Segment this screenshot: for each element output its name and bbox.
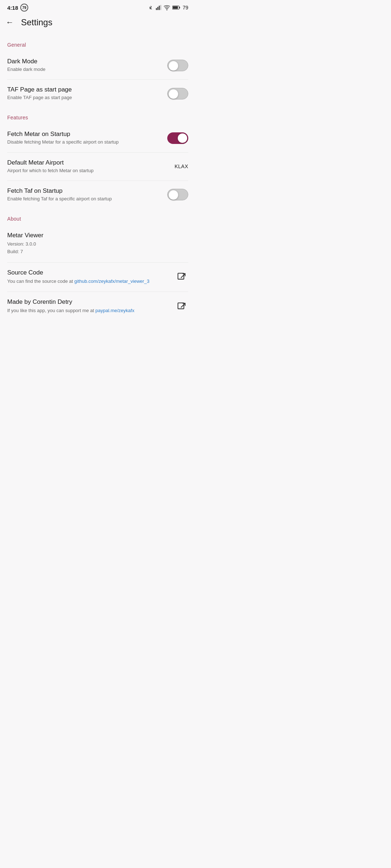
section-general: General Dark Mode Enable dark mode TAF P…	[0, 35, 196, 107]
setting-fetch-taf[interactable]: Fetch Taf on Startup Enable fetching Taf…	[0, 181, 196, 209]
made-by-title: Made by Corentin Detry	[7, 298, 175, 306]
setting-taf-start-page[interactable]: TAF Page as start page Enable TAF page a…	[0, 80, 196, 107]
dark-mode-thumb	[169, 61, 178, 71]
dark-mode-title: Dark Mode	[7, 58, 161, 65]
status-time: 4:18	[7, 5, 18, 11]
setting-dark-mode[interactable]: Dark Mode Enable dark mode	[0, 51, 196, 79]
section-general-header: General	[0, 35, 196, 51]
setting-default-airport[interactable]: Default Metar Airport Airport for which …	[0, 153, 196, 180]
paypal-link[interactable]: paypal.me/zeykafx	[96, 308, 135, 313]
status-left: 4:18 79	[7, 4, 28, 12]
dark-mode-toggle[interactable]	[167, 60, 188, 71]
default-airport-value: KLAX	[175, 163, 188, 169]
svg-rect-1	[157, 7, 159, 10]
external-link-svg	[177, 272, 187, 282]
svg-rect-2	[159, 6, 160, 10]
made-by-external-icon	[175, 300, 188, 313]
taf-start-desc: Enable TAF page as start page	[7, 94, 161, 101]
back-button[interactable]: ←	[6, 18, 14, 27]
dark-mode-track[interactable]	[167, 60, 188, 71]
dark-mode-desc: Enable dark mode	[7, 66, 161, 73]
source-code-desc: You can find the source code at github.c…	[7, 278, 175, 285]
version-line: Version: 3.0.0	[7, 241, 36, 247]
source-code-link[interactable]: github.com/zeykafx/metar_viewer_3	[74, 278, 149, 284]
toolbar: ← Settings	[0, 14, 196, 35]
taf-start-title: TAF Page as start page	[7, 86, 161, 93]
fetch-taf-desc: Enable fetching Taf for a specific airpo…	[7, 196, 161, 202]
about-made-by[interactable]: Made by Corentin Detry If you like this …	[0, 292, 196, 321]
section-features: Features Fetch Metar on Startup Disable …	[0, 107, 196, 209]
fetch-taf-toggle[interactable]	[167, 189, 188, 200]
source-code-prefix: You can find the source code at	[7, 278, 74, 284]
made-by-desc: If you like this app, you can support me…	[7, 307, 175, 315]
battery-icon	[172, 5, 180, 10]
taf-start-thumb	[169, 89, 178, 99]
made-by-external-link-svg	[177, 302, 187, 312]
app-version: Version: 3.0.0 Build: 7	[7, 241, 188, 256]
status-right: 79	[148, 5, 188, 10]
fetch-metar-thumb	[178, 133, 187, 143]
setting-fetch-metar[interactable]: Fetch Metar on Startup Disable fetching …	[0, 124, 196, 152]
svg-rect-0	[156, 8, 157, 10]
fetch-metar-track[interactable]	[167, 132, 188, 144]
battery-level: 79	[182, 5, 188, 10]
taf-start-track[interactable]	[167, 88, 188, 99]
status-badge: 79	[20, 4, 28, 12]
fetch-taf-thumb	[169, 190, 178, 200]
bluetooth-icon	[148, 5, 154, 10]
source-code-external-icon	[175, 271, 188, 284]
taf-start-toggle[interactable]	[167, 88, 188, 99]
section-features-header: Features	[0, 107, 196, 124]
svg-rect-3	[160, 5, 161, 10]
about-app-info: Metar Viewer Version: 3.0.0 Build: 7	[0, 225, 196, 262]
fetch-taf-title: Fetch Taf on Startup	[7, 187, 161, 195]
build-line: Build: 7	[7, 249, 23, 254]
fetch-metar-desc: Disable fetching Metar for a specific ai…	[7, 139, 161, 145]
fetch-metar-toggle[interactable]	[167, 132, 188, 144]
about-source-code[interactable]: Source Code You can find the source code…	[0, 263, 196, 292]
default-airport-desc: Airport for which to fetch Metar on star…	[7, 167, 169, 174]
svg-rect-6	[179, 7, 180, 9]
fetch-metar-title: Fetch Metar on Startup	[7, 131, 161, 138]
default-airport-title: Default Metar Airport	[7, 159, 169, 166]
status-bar: 4:18 79 79	[0, 0, 196, 14]
made-by-prefix: If you like this app, you can support me…	[7, 308, 96, 313]
svg-point-4	[167, 9, 168, 10]
page-title: Settings	[21, 17, 52, 27]
app-name: Metar Viewer	[7, 232, 188, 239]
section-about-header: About	[0, 209, 196, 225]
fetch-taf-track[interactable]	[167, 189, 188, 200]
signal-icon	[156, 5, 161, 10]
source-code-title: Source Code	[7, 269, 175, 276]
svg-rect-7	[173, 6, 178, 9]
section-about: About Metar Viewer Version: 3.0.0 Build:…	[0, 209, 196, 321]
wifi-icon	[164, 5, 170, 10]
